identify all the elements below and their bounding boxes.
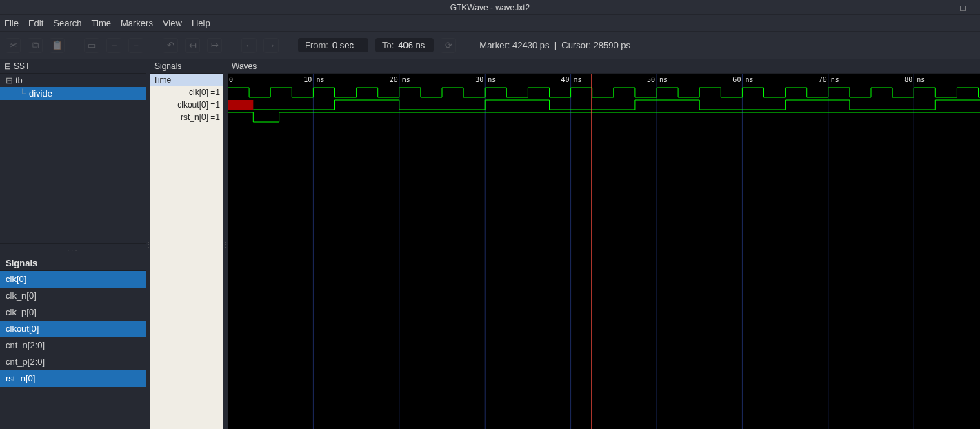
undo-icon[interactable]: ↶ — [163, 38, 178, 53]
paste-icon[interactable]: 📋 — [50, 38, 65, 53]
to-label: To: — [382, 40, 394, 50]
cut-icon[interactable]: ✂ — [6, 38, 21, 53]
svg-text:0: 0 — [229, 76, 233, 83]
signal-list-item[interactable]: clkout[0] — [0, 321, 146, 337]
signal-list-item[interactable]: rst_n[0] — [0, 370, 146, 387]
signal-list-item[interactable]: cnt_p[2:0] — [0, 354, 146, 370]
svg-text:ns: ns — [316, 76, 324, 83]
signal-row-label[interactable]: clkout[0] =1 — [150, 99, 223, 111]
seek-right-icon[interactable]: → — [263, 38, 279, 53]
window-min-button[interactable]: — — [941, 3, 950, 12]
marker-cursor-readout: Marker: 42430 ps | Cursor: 28590 ps — [479, 40, 630, 50]
svg-text:40: 40 — [561, 76, 570, 83]
menu-help[interactable]: Help — [192, 18, 210, 28]
menu-time[interactable]: Time — [92, 18, 111, 28]
zoom-in-icon[interactable]: ＋ — [106, 38, 121, 53]
sst-item-tb[interactable]: ⊟ tb — [0, 74, 146, 87]
svg-text:10: 10 — [303, 76, 312, 83]
tree-expand-icon[interactable]: ⊟ — [6, 75, 12, 86]
signal-list-item[interactable]: clk[0] — [0, 271, 146, 288]
time-from-field[interactable]: From: 0 sec — [298, 38, 368, 52]
menu-search[interactable]: Search — [53, 18, 81, 28]
from-value: 0 sec — [332, 40, 361, 50]
copy-icon[interactable]: ⧉ — [28, 38, 43, 53]
time-to-field[interactable]: To: 406 ns — [375, 38, 434, 52]
menu-edit[interactable]: Edit — [28, 18, 43, 28]
signals-list-header: Signals — [0, 256, 146, 271]
window-title: GTKWave - wave.lxt2 — [450, 3, 530, 12]
to-value: 406 ns — [398, 40, 427, 50]
svg-text:70: 70 — [819, 76, 827, 83]
svg-text:50: 50 — [647, 76, 655, 83]
signal-list-item[interactable]: cnt_n[2:0] — [0, 337, 146, 354]
svg-text:60: 60 — [732, 76, 741, 83]
svg-text:ns: ns — [831, 76, 839, 83]
sst-item-label: tb — [15, 75, 23, 86]
svg-text:ns: ns — [745, 76, 753, 83]
step-right-icon[interactable]: ↦ — [207, 38, 222, 53]
zoom-fit-icon[interactable]: ▭ — [84, 38, 99, 53]
sst-item-divide[interactable]: └ divide — [0, 87, 146, 100]
signal-list-item[interactable]: clk_p[0] — [0, 304, 146, 321]
sst-tree[interactable]: ⊟ tb └ divide — [0, 74, 146, 243]
menubar: File Edit Search Time Markers View Help — [0, 15, 980, 32]
zoom-out-icon[interactable]: － — [128, 38, 143, 53]
step-left-icon[interactable]: ↤ — [185, 38, 200, 53]
svg-text:ns: ns — [917, 76, 925, 83]
sst-title: SST — [14, 61, 30, 71]
signal-list-item[interactable]: clk_n[0] — [0, 288, 146, 304]
sst-header: ⊟ SST — [0, 59, 146, 74]
svg-text:80: 80 — [904, 76, 912, 83]
waves-viewport[interactable]: 010ns20ns30ns40ns50ns60ns70ns80ns — [228, 74, 980, 429]
menu-view[interactable]: View — [163, 18, 182, 28]
seek-left-icon[interactable]: ← — [241, 38, 257, 53]
svg-text:ns: ns — [574, 76, 582, 83]
svg-text:30: 30 — [475, 76, 483, 83]
signals-list[interactable]: clk[0]clk_n[0]clk_p[0]clkout[0]cnt_n[2:0… — [0, 271, 146, 429]
tree-leaf-icon: └ — [19, 88, 26, 99]
svg-text:ns: ns — [402, 76, 410, 83]
signal-row-label[interactable]: clk[0] =1 — [150, 86, 223, 99]
signal-names-header: Signals — [150, 59, 223, 74]
svg-rect-0 — [228, 74, 980, 86]
from-label: From: — [305, 40, 328, 50]
titlebar: GTKWave - wave.lxt2 — ◻ — [0, 0, 980, 15]
menu-file[interactable]: File — [4, 18, 19, 28]
pane-resize-handle[interactable]: ··· — [0, 243, 146, 256]
signal-row-label[interactable]: rst_n[0] =1 — [150, 111, 223, 123]
reload-icon[interactable]: ⟳ — [441, 38, 456, 53]
signal-names-column: Timeclk[0] =1clkout[0] =1rst_n[0] =1 — [150, 74, 223, 429]
time-row-label[interactable]: Time — [150, 74, 223, 86]
menu-markers[interactable]: Markers — [121, 18, 153, 28]
svg-text:20: 20 — [390, 76, 398, 83]
svg-text:ns: ns — [659, 76, 668, 83]
waves-header: Waves — [228, 59, 980, 74]
collapse-icon[interactable]: ⊟ — [4, 61, 11, 71]
sst-item-label: divide — [29, 88, 52, 99]
window-max-button[interactable]: ◻ — [959, 3, 966, 12]
svg-rect-26 — [228, 100, 253, 110]
svg-text:ns: ns — [488, 76, 496, 83]
toolbar: ✂ ⧉ 📋 ▭ ＋ － ↶ ↤ ↦ ← → From: 0 sec To: 40… — [0, 32, 980, 59]
